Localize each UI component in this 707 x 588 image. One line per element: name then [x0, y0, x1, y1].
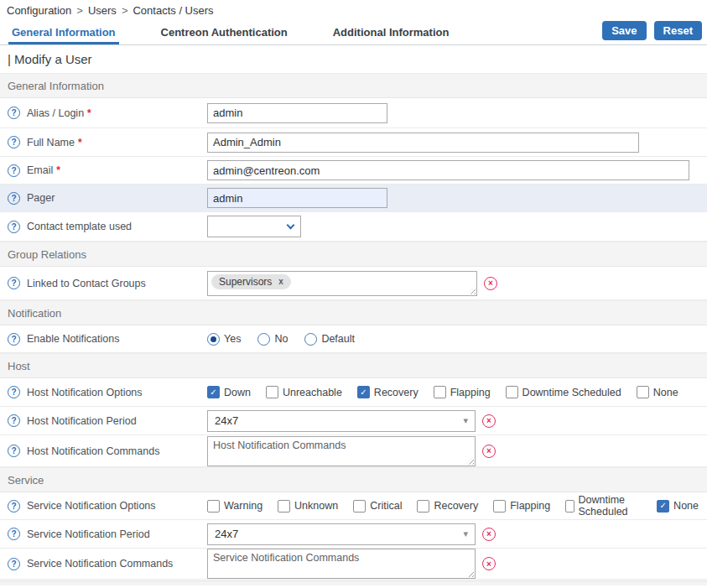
alias-input[interactable]: [207, 103, 387, 123]
save-button[interactable]: Save: [602, 21, 646, 40]
email-label: Email: [27, 164, 53, 176]
help-icon[interactable]: ?: [8, 500, 20, 513]
clear-selection-icon[interactable]: ×: [482, 557, 496, 570]
fullname-label: Full Name: [27, 137, 75, 148]
tab-general-information[interactable]: General Information: [8, 23, 119, 44]
help-icon[interactable]: ?: [8, 192, 20, 205]
service-period-select[interactable]: 24x7 ▾: [207, 523, 476, 545]
row-contact-groups: ? Linked to Contact Groups Supervisors x…: [0, 267, 707, 300]
row-service-commands: ? Service Notification Commands Service …: [0, 549, 707, 580]
radio-icon[interactable]: [257, 333, 270, 346]
checkbox-service-critical[interactable]: Critical: [353, 500, 402, 513]
help-icon[interactable]: ?: [8, 164, 20, 177]
checkbox-icon[interactable]: [353, 500, 366, 513]
caret-down-icon: ▾: [463, 415, 468, 426]
service-commands-label: Service Notification Commands: [27, 558, 173, 570]
help-icon[interactable]: ?: [8, 414, 20, 427]
row-service-options: ? Service Notification Options Warning U…: [0, 492, 707, 520]
radio-default[interactable]: Default: [304, 333, 355, 346]
resize-handle[interactable]: [466, 570, 474, 577]
section-service: Service: [0, 467, 707, 492]
checkbox-service-warning[interactable]: Warning: [207, 500, 263, 513]
resize-handle[interactable]: [466, 457, 474, 465]
checkbox-service-none[interactable]: ✓ None: [657, 500, 699, 513]
service-period-value: 24x7: [215, 528, 238, 540]
checkbox-icon[interactable]: ✓: [357, 386, 370, 398]
breadcrumb-contacts-users[interactable]: Contacts / Users: [133, 4, 213, 17]
pager-input[interactable]: [207, 188, 387, 208]
breadcrumb-users[interactable]: Users: [88, 4, 117, 17]
clear-selection-icon[interactable]: ×: [482, 445, 496, 458]
fullname-input[interactable]: [207, 133, 639, 153]
checkbox-host-flapping[interactable]: Flapping: [434, 386, 491, 398]
checkbox-icon[interactable]: [565, 500, 574, 513]
host-options-label: Host Notification Options: [27, 387, 143, 398]
checkbox-icon[interactable]: [417, 500, 429, 513]
row-contact-template: ? Contact template used: [0, 212, 707, 242]
tab-additional-information[interactable]: Additional Information: [330, 23, 453, 44]
checkbox-host-recovery[interactable]: ✓ Recovery: [357, 386, 418, 398]
chip-label: Supervisors: [219, 276, 272, 288]
page-title: | Modify a User: [0, 45, 707, 73]
checkbox-icon[interactable]: [207, 500, 220, 513]
reset-button[interactable]: Reset: [654, 21, 702, 40]
modify-user-page: Configuration>Users>Contacts / Users Gen…: [0, 0, 707, 588]
checkbox-icon[interactable]: [506, 386, 518, 398]
radio-no[interactable]: No: [257, 333, 288, 346]
checkbox-icon[interactable]: ✓: [207, 386, 220, 398]
host-period-value: 24x7: [215, 414, 238, 427]
section-group-relations: Group Relations: [0, 242, 707, 267]
row-alias: ? Alias / Login *: [0, 98, 707, 128]
clear-selection-icon[interactable]: ×: [484, 277, 497, 290]
checkbox-icon[interactable]: [493, 500, 506, 513]
checkbox-host-down[interactable]: ✓ Down: [207, 386, 251, 398]
checkbox-host-none[interactable]: None: [637, 386, 678, 398]
help-icon[interactable]: ?: [8, 221, 20, 233]
host-commands-label: Host Notification Commands: [27, 445, 159, 457]
clear-selection-icon[interactable]: ×: [482, 414, 496, 428]
help-icon[interactable]: ?: [8, 445, 20, 457]
tab-centreon-authentication[interactable]: Centreon Authentication: [158, 23, 291, 44]
clear-selection-icon[interactable]: ×: [482, 528, 496, 541]
help-icon[interactable]: ?: [8, 107, 20, 119]
service-commands-textarea[interactable]: Service Notification Commands: [207, 549, 476, 579]
chevron-down-icon: [287, 221, 295, 229]
resize-handle[interactable]: [468, 287, 476, 294]
breadcrumb-configuration[interactable]: Configuration: [7, 4, 71, 17]
row-host-period: ? Host Notification Period 24x7 ▾ ×: [0, 407, 707, 435]
enable-notifications-label: Enable Notifications: [27, 333, 119, 345]
contact-groups-input[interactable]: Supervisors x: [207, 271, 477, 296]
help-icon[interactable]: ?: [8, 386, 20, 398]
checkbox-service-recovery[interactable]: Recovery: [417, 500, 478, 513]
radio-yes[interactable]: Yes: [207, 333, 241, 346]
checkbox-service-flapping[interactable]: Flapping: [493, 500, 550, 513]
help-icon[interactable]: ?: [8, 277, 20, 289]
checkbox-icon[interactable]: ✓: [657, 500, 669, 513]
help-icon[interactable]: ?: [8, 136, 20, 148]
chip-remove-icon[interactable]: x: [278, 277, 283, 286]
checkbox-icon[interactable]: [637, 386, 649, 398]
checkbox-service-unknown[interactable]: Unknown: [278, 500, 338, 513]
checkbox-icon[interactable]: [278, 500, 290, 513]
help-icon[interactable]: ?: [8, 558, 20, 570]
row-pager: ? Pager: [0, 185, 707, 212]
checkbox-service-downtime-scheduled[interactable]: Downtime Scheduled: [565, 494, 642, 518]
checkbox-host-unreachable[interactable]: Unreachable: [266, 386, 342, 398]
host-commands-textarea[interactable]: Host Notification Commands: [207, 436, 476, 466]
checkbox-host-downtime-scheduled[interactable]: Downtime Scheduled: [506, 386, 621, 398]
help-icon[interactable]: ?: [8, 528, 20, 540]
host-commands-placeholder: Host Notification Commands: [213, 440, 346, 451]
host-period-select[interactable]: 24x7 ▾: [207, 410, 476, 432]
radio-icon[interactable]: [304, 333, 317, 346]
help-icon[interactable]: ?: [8, 333, 20, 346]
service-commands-placeholder: Service Notification Commands: [213, 552, 359, 564]
row-enable-notifications: ? Enable Notifications Yes No Default: [0, 325, 707, 353]
row-host-commands: ? Host Notification Commands Host Notifi…: [0, 435, 707, 467]
breadcrumb: Configuration>Users>Contacts / Users: [0, 0, 707, 22]
checkbox-icon[interactable]: [434, 386, 446, 398]
email-input[interactable]: [207, 160, 689, 180]
contact-template-select[interactable]: [207, 216, 301, 237]
radio-icon[interactable]: [207, 333, 220, 346]
checkbox-icon[interactable]: [266, 386, 278, 398]
contact-groups-label: Linked to Contact Groups: [27, 278, 146, 289]
